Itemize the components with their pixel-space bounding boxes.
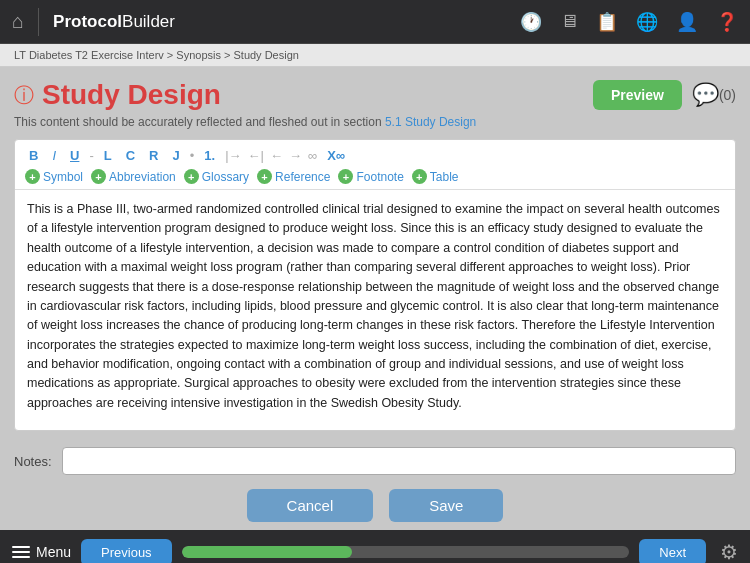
next-button[interactable]: Next [639,539,706,564]
editor: B I U - L C R J • 1. |→ ←| ← → ∞ X∞ + [14,139,736,431]
notes-label: Notes: [14,454,52,469]
globe-icon[interactable]: 🌐 [636,11,658,33]
help-icon[interactable]: ❓ [716,11,738,33]
subtitle-link[interactable]: 5.1 Study Design [385,115,476,129]
notes-input[interactable] [62,447,736,475]
align-center-button[interactable]: C [122,147,139,164]
action-row: Cancel Save [0,483,750,530]
menu-button[interactable]: Menu [12,544,71,560]
brand-light: Builder [122,12,175,31]
comment-button[interactable]: 💬 (0) [692,82,736,108]
insert-table-button[interactable]: + Table [412,169,459,184]
toolbar-sep1: - [89,148,93,163]
insert-glossary-button[interactable]: + Glossary [184,169,249,184]
monitor-icon[interactable]: 🖥 [560,11,578,32]
insert-reference-button[interactable]: + Reference [257,169,330,184]
subtitle-text: This content should be accurately reflec… [14,115,382,129]
comment-count: (0) [719,87,736,103]
superscript-button[interactable]: X∞ [323,147,349,164]
editor-toolbar: B I U - L C R J • 1. |→ ←| ← → ∞ X∞ + [15,140,735,190]
insert-symbol-button[interactable]: + Symbol [25,169,83,184]
editor-para1: This is a Phase III, two-armed randomize… [27,200,723,413]
toolbar-sep3: |→ [225,148,241,163]
user-icon[interactable]: 👤 [676,11,698,33]
app-brand: ProtocolBuilder [53,12,520,32]
header-icon-group: 🕐 🖥 📋 🌐 👤 ❓ [520,11,738,33]
breadcrumb-text: LT Diabetes T2 Exercise Interv > Synopsi… [14,49,299,61]
subtitle: This content should be accurately reflec… [14,115,736,129]
insert-glossary-label: Glossary [202,170,249,184]
title-row: ⓘ Study Design Preview 💬 (0) [14,79,736,111]
plus-icon: + [91,169,106,184]
clock-icon[interactable]: 🕐 [520,11,542,33]
italic-button[interactable]: I [48,147,60,164]
warning-icon: ⓘ [14,82,34,109]
justify-button[interactable]: J [168,147,183,164]
toolbar-row2: + Symbol + Abbreviation + Glossary + Ref… [25,169,725,184]
insert-reference-label: Reference [275,170,330,184]
align-left-button[interactable]: L [100,147,116,164]
plus-icon: + [257,169,272,184]
bottom-nav: Menu Previous Next ⚙ [0,530,750,563]
toolbar-sep4: ←| [248,148,264,163]
plus-icon: + [184,169,199,184]
toolbar-sep7: ∞ [308,148,317,163]
previous-button[interactable]: Previous [81,539,172,564]
home-icon[interactable]: ⌂ [12,10,24,33]
underline-button[interactable]: U [66,147,83,164]
progress-bar [182,546,630,558]
header: ⌂ ProtocolBuilder 🕐 🖥 📋 🌐 👤 ❓ [0,0,750,44]
header-divider [38,8,39,36]
insert-abbreviation-button[interactable]: + Abbreviation [91,169,176,184]
cancel-button[interactable]: Cancel [247,489,374,522]
clipboard-icon[interactable]: 📋 [596,11,618,33]
hamburger-icon [12,546,30,558]
preview-button[interactable]: Preview [593,80,682,110]
insert-table-label: Table [430,170,459,184]
plus-icon: + [338,169,353,184]
bold-button[interactable]: B [25,147,42,164]
plus-icon: + [412,169,427,184]
plus-icon: + [25,169,40,184]
toolbar-sep6: → [289,148,302,163]
save-button[interactable]: Save [389,489,503,522]
menu-label: Menu [36,544,71,560]
toolbar-row1: B I U - L C R J • 1. |→ ←| ← → ∞ X∞ [25,147,725,164]
page-title: Study Design [42,79,593,111]
editor-body[interactable]: This is a Phase III, two-armed randomize… [15,190,735,430]
main-content: ⓘ Study Design Preview 💬 (0) This conten… [0,67,750,439]
gear-button[interactable]: ⚙ [720,540,738,563]
bullet-list-button[interactable]: 1. [200,147,219,164]
notes-row: Notes: [0,439,750,483]
insert-symbol-label: Symbol [43,170,83,184]
insert-footnote-button[interactable]: + Footnote [338,169,403,184]
insert-footnote-label: Footnote [356,170,403,184]
breadcrumb: LT Diabetes T2 Exercise Interv > Synopsi… [0,44,750,67]
align-right-button[interactable]: R [145,147,162,164]
comment-icon: 💬 [692,82,719,108]
insert-abbreviation-label: Abbreviation [109,170,176,184]
toolbar-sep2: • [190,148,195,163]
progress-bar-fill [182,546,352,558]
toolbar-sep5: ← [270,148,283,163]
brand-strong: Protocol [53,12,122,31]
